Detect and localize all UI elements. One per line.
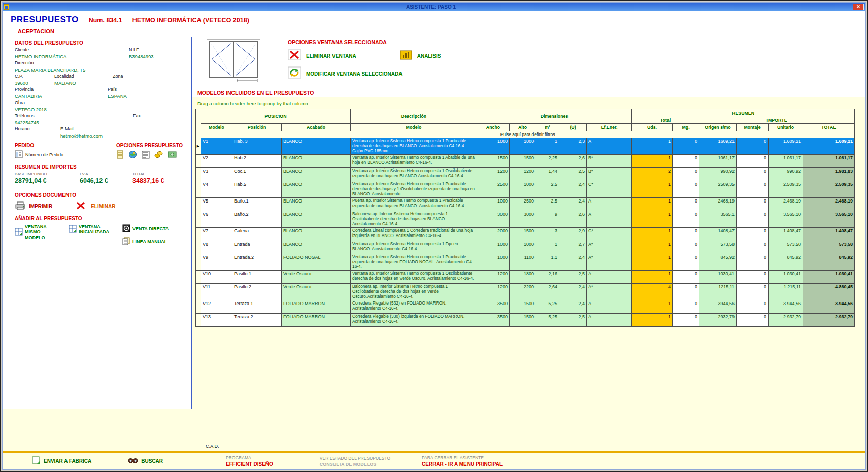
cell-modelo[interactable]: V9 bbox=[201, 254, 232, 271]
col-header-montaje[interactable]: Montaje bbox=[737, 124, 769, 131]
cell-unitario[interactable]: 2.468,19 bbox=[769, 197, 803, 211]
cell-ef[interactable]: A bbox=[587, 271, 632, 284]
cell-total[interactable]: 1.609,21 bbox=[803, 138, 855, 155]
cell-uds[interactable]: 1 bbox=[632, 181, 673, 197]
col-header-mg[interactable]: Mg. bbox=[673, 124, 699, 131]
cell-ef[interactable]: B* bbox=[587, 154, 632, 167]
cell-unitario[interactable]: 990,92 bbox=[769, 167, 803, 181]
cell-uds[interactable]: 1 bbox=[632, 227, 673, 241]
group-header-posicion[interactable]: POSICION bbox=[201, 109, 351, 124]
col-header-origen[interactable]: Origen s/mo bbox=[699, 124, 737, 131]
cell-acabado[interactable]: BLANCO bbox=[282, 211, 351, 227]
cell-m2[interactable]: 2,16 bbox=[536, 271, 559, 284]
cell-mg[interactable]: 0 bbox=[673, 254, 699, 271]
cell-montaje[interactable]: 0 bbox=[737, 138, 769, 155]
cell-uds[interactable]: 1 bbox=[632, 211, 673, 227]
cell-origen[interactable]: 1061,17 bbox=[699, 154, 737, 167]
imprimir-button[interactable]: IMPRIMIR bbox=[29, 204, 52, 209]
cell-alto[interactable]: 3000 bbox=[510, 211, 536, 227]
cell-uds[interactable]: 1 bbox=[632, 241, 673, 254]
cell-total[interactable]: 4.860,45 bbox=[803, 284, 855, 300]
filter-row[interactable]: Pulse aquí para definir filtros bbox=[201, 131, 855, 138]
col-header-ancho[interactable]: Ancho bbox=[477, 124, 510, 131]
cell-ancho[interactable]: 1000 bbox=[477, 197, 510, 211]
cell-posicion[interactable]: Pasillo.1 bbox=[232, 271, 282, 284]
col-header-u[interactable]: (U) bbox=[559, 124, 587, 131]
cell-posicion[interactable]: Baño.1 bbox=[232, 197, 282, 211]
cell-montaje[interactable]: 0 bbox=[737, 314, 769, 327]
cell-descripcion[interactable]: Ventana ap. Interior Sistema Hetmo compu… bbox=[351, 271, 477, 284]
col-header-total[interactable]: TOTAL bbox=[803, 124, 855, 131]
cell-posicion[interactable]: Entrada.2 bbox=[232, 254, 282, 271]
col-header-modelo[interactable]: Modelo bbox=[201, 124, 232, 131]
enviar-fabrica-button[interactable]: ENVIAR A FABRICA bbox=[32, 456, 91, 466]
buscar-button[interactable]: BUSCAR bbox=[128, 457, 163, 466]
cell-origen[interactable]: 3565,1 bbox=[699, 211, 737, 227]
cell-total[interactable]: 2.468,19 bbox=[803, 197, 855, 211]
cell-ancho[interactable]: 1500 bbox=[477, 154, 510, 167]
cell-alto[interactable]: 1200 bbox=[510, 167, 536, 181]
cell-acabado[interactable]: FOLIADO MARRON bbox=[282, 314, 351, 327]
cell-montaje[interactable]: 0 bbox=[737, 284, 769, 300]
cell-acabado[interactable]: Verde Oscuro bbox=[282, 284, 351, 300]
close-button[interactable]: ✕ bbox=[853, 4, 864, 10]
cell-mg[interactable]: 0 bbox=[673, 241, 699, 254]
row-indicator[interactable] bbox=[196, 284, 201, 300]
row-indicator[interactable] bbox=[196, 241, 201, 254]
row-indicator[interactable] bbox=[196, 197, 201, 211]
row-indicator[interactable] bbox=[196, 271, 201, 284]
cell-origen[interactable]: 990,92 bbox=[699, 167, 737, 181]
cell-m2[interactable]: 3 bbox=[536, 227, 559, 241]
cell-m2[interactable]: 1 bbox=[536, 241, 559, 254]
cell-modelo[interactable]: V8 bbox=[201, 241, 232, 254]
cell-posicion[interactable]: Terraza.1 bbox=[232, 300, 282, 314]
cell-uds[interactable]: 1 bbox=[632, 254, 673, 271]
cell-mg[interactable]: 0 bbox=[673, 138, 699, 155]
cell-u[interactable]: 2,4 bbox=[559, 181, 587, 197]
cell-u[interactable]: 2,4 bbox=[559, 284, 587, 300]
cell-uds[interactable]: 4 bbox=[632, 284, 673, 300]
cell-modelo[interactable]: V3 bbox=[201, 167, 232, 181]
cell-posicion[interactable]: Hab.2 bbox=[232, 154, 282, 167]
document-icon[interactable] bbox=[116, 150, 124, 160]
cell-m2[interactable]: 1 bbox=[536, 138, 559, 155]
print-icon[interactable] bbox=[15, 201, 26, 211]
cell-total[interactable]: 1.030,41 bbox=[803, 271, 855, 284]
cell-unitario[interactable]: 573,58 bbox=[769, 241, 803, 254]
cell-m2[interactable]: 2,64 bbox=[536, 284, 559, 300]
col-header-ef-ener[interactable]: Ef.Ener. bbox=[587, 124, 632, 131]
cell-acabado[interactable]: BLANCO bbox=[282, 138, 351, 155]
cell-unitario[interactable]: 2.509,35 bbox=[769, 181, 803, 197]
money-icon[interactable] bbox=[168, 151, 177, 159]
cell-ef[interactable]: B* bbox=[587, 167, 632, 181]
cell-descripcion[interactable]: Ventana ap. Interior Sistema Hetmo compu… bbox=[351, 167, 477, 181]
cell-acabado[interactable]: FOLIADO NOGAL bbox=[282, 254, 351, 271]
cell-modelo[interactable]: V12 bbox=[201, 300, 232, 314]
cell-u[interactable]: 2,4 bbox=[559, 197, 587, 211]
cell-total[interactable]: 3.565,10 bbox=[803, 211, 855, 227]
consulta-modelos-button[interactable]: CONSULTA DE MODELOS bbox=[320, 462, 390, 467]
cell-modelo[interactable]: V5 bbox=[201, 197, 232, 211]
cell-acabado[interactable]: BLANCO bbox=[282, 197, 351, 211]
cell-u[interactable]: 2,5 bbox=[559, 314, 587, 327]
cell-uds[interactable]: 1 bbox=[632, 300, 673, 314]
col-header-acabado[interactable]: Acabado bbox=[282, 124, 351, 131]
cell-uds[interactable]: 1 bbox=[632, 138, 673, 155]
model-row-V9[interactable]: V9Entrada.2FOLIADO NOGALVentana ap. Inte… bbox=[196, 254, 855, 271]
cell-u[interactable]: 2,6 bbox=[559, 211, 587, 227]
cell-ancho[interactable]: 1000 bbox=[477, 138, 510, 155]
cell-mg[interactable]: 0 bbox=[673, 181, 699, 197]
cell-montaje[interactable]: 0 bbox=[737, 271, 769, 284]
cell-uds[interactable]: 1 bbox=[632, 154, 673, 167]
model-row-V11[interactable]: V11Pasillo.2Verde OscuroBalconera ap. In… bbox=[196, 284, 855, 300]
model-row-V1[interactable]: ▶V1Hab. 3BLANCOVentana ap. Interior Sist… bbox=[196, 138, 855, 155]
cell-m2[interactable]: 1,44 bbox=[536, 167, 559, 181]
row-indicator[interactable]: ▶ bbox=[196, 138, 201, 155]
cell-descripcion[interactable]: Ventana ap. Interior Sistema Hetmo compu… bbox=[351, 241, 477, 254]
cell-mg[interactable]: 0 bbox=[673, 211, 699, 227]
cell-ef[interactable]: A* bbox=[587, 254, 632, 271]
cell-montaje[interactable]: 0 bbox=[737, 167, 769, 181]
cell-m2[interactable]: 2,5 bbox=[536, 197, 559, 211]
cell-total[interactable]: 845,92 bbox=[803, 254, 855, 271]
delete-x-icon[interactable] bbox=[76, 201, 86, 211]
